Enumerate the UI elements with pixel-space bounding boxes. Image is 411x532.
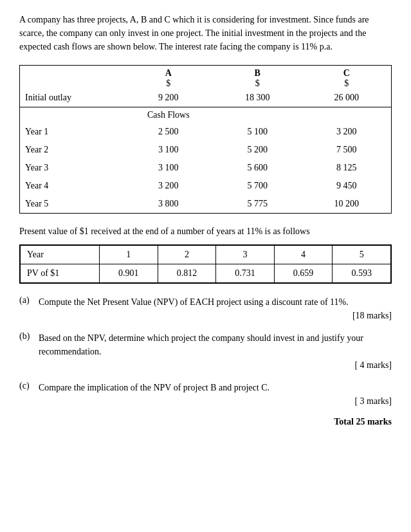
currency-row: $ $ $ <box>20 78 391 90</box>
main-table-wrapper: A B C $ $ $ Initial outlay 9 200 18 300 … <box>19 65 392 214</box>
question-marks: [ 3 marks] <box>39 394 392 408</box>
initial-outlay-c: 26 000 <box>302 90 391 107</box>
table-row: Year 3 3 100 5 600 8 125 <box>20 159 391 177</box>
question-marks: [ 4 marks] <box>39 358 392 372</box>
table-row: Year 5 3 800 5 775 10 200 <box>20 195 391 213</box>
question-item-(c): (c) Compare the implication of the NPV o… <box>19 381 392 408</box>
question-text: Compute the Net Present Value (NPV) of E… <box>39 297 349 307</box>
pv-value-2: 0.812 <box>158 264 216 282</box>
initial-outlay-row: Initial outlay 9 200 18 300 26 000 <box>20 90 391 107</box>
initial-outlay-label: Initial outlay <box>20 90 124 107</box>
question-letter: (c) <box>19 381 39 391</box>
col-a-currency: $ <box>124 78 213 90</box>
pv-data-row: PV of $10.9010.8120.7310.6590.593 <box>21 264 391 282</box>
question-letter: (a) <box>19 295 39 306</box>
pv-intro-text: Present value of $1 received at the end … <box>19 225 392 238</box>
table-row: Year 4 3 200 5 700 9 450 <box>20 177 391 195</box>
cashflows-label: Cash Flows <box>124 107 213 124</box>
pv-year-2: 2 <box>158 245 216 264</box>
total-marks: Total 25 marks <box>19 417 392 427</box>
question-body: Compute the Net Present Value (NPV) of E… <box>39 295 392 322</box>
table-header-row: A B C <box>20 66 391 78</box>
question-item-(b): (b) Based on the NPV, determine which pr… <box>19 331 392 372</box>
initial-outlay-a: 9 200 <box>124 90 213 107</box>
main-table: A B C $ $ $ Initial outlay 9 200 18 300 … <box>20 66 391 123</box>
question-body: Compare the implication of the NPV of pr… <box>39 381 392 408</box>
pv-value-4: 0.659 <box>274 264 333 282</box>
pv-table: Year12345 PV of $10.9010.8120.7310.6590.… <box>20 245 391 283</box>
col-b-header: B <box>213 66 302 78</box>
col-b-currency: $ <box>213 78 302 90</box>
pv-year-label: Year <box>21 245 100 264</box>
pv-header-row: Year12345 <box>21 245 391 264</box>
pv-value-3: 0.731 <box>216 264 275 282</box>
pv-label: PV of $1 <box>21 264 100 282</box>
cashflows-label-row: Cash Flows <box>20 107 391 124</box>
pv-year-5: 5 <box>333 245 391 264</box>
question-text: Based on the NPV, determine which projec… <box>39 333 363 356</box>
table-row: Year 2 3 100 5 200 7 500 <box>20 141 391 159</box>
col-c-header: C <box>302 66 391 78</box>
pv-value-5: 0.593 <box>333 264 391 282</box>
pv-year-4: 4 <box>274 245 333 264</box>
col-c-currency: $ <box>302 78 391 90</box>
question-text: Compare the implication of the NPV of pr… <box>39 383 269 392</box>
empty-header <box>20 66 124 78</box>
questions-section: (a) Compute the Net Present Value (NPV) … <box>19 295 392 427</box>
cashflows-table: Year 1 2 500 5 100 3 200 Year 2 3 100 5 … <box>20 123 391 213</box>
question-letter: (b) <box>19 331 39 342</box>
col-a-header: A <box>124 66 213 78</box>
table-row: Year 1 2 500 5 100 3 200 <box>20 123 391 141</box>
pv-year-3: 3 <box>216 245 275 264</box>
pv-value-1: 0.901 <box>100 264 158 282</box>
question-body: Based on the NPV, determine which projec… <box>39 331 392 372</box>
question-item-(a): (a) Compute the Net Present Value (NPV) … <box>19 295 392 322</box>
initial-outlay-b: 18 300 <box>213 90 302 107</box>
pv-table-wrapper: Year12345 PV of $10.9010.8120.7310.6590.… <box>19 244 392 284</box>
question-marks: [18 marks] <box>39 309 392 322</box>
intro-paragraph: A company has three projects, A, B and C… <box>19 13 392 53</box>
pv-year-1: 1 <box>100 245 158 264</box>
